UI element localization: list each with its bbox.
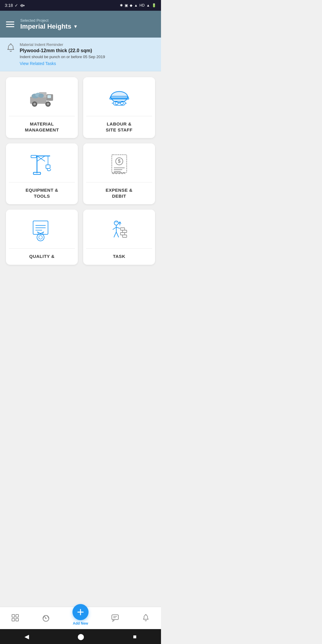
signal-icon: ◆ — [130, 3, 132, 7]
svg-rect-46 — [120, 228, 125, 230]
partial-grid: QUALITY & — [0, 210, 161, 301]
svg-point-10 — [38, 94, 44, 98]
svg-line-45 — [116, 232, 119, 237]
svg-line-43 — [116, 227, 120, 228]
labour-site-staff-card[interactable]: LABOUR & SITE STAFF — [83, 77, 155, 138]
task-card[interactable]: TASK — [83, 210, 155, 265]
main-grid: MATERIAL MANAGEMENT LA — [0, 71, 161, 204]
bell-notification-icon — [6, 43, 16, 52]
menu-button[interactable] — [6, 21, 14, 27]
chevron-down-icon: ▾ — [74, 24, 77, 29]
status-time: 3:18 — [5, 3, 13, 8]
task-icon-area — [83, 210, 155, 248]
network-signal: ▲ — [146, 3, 150, 7]
quality-icon-area — [6, 210, 78, 248]
material-management-label: MATERIAL MANAGEMENT — [6, 116, 78, 138]
svg-point-38 — [37, 234, 44, 241]
svg-rect-48 — [120, 233, 125, 235]
svg-point-39 — [39, 236, 42, 239]
svg-rect-3 — [47, 95, 51, 98]
check-icon: ✓ — [15, 3, 18, 8]
status-bar: 3:18 ✓ ⟴ ✱ ▣ ◆ ▲ HD ▲ 🔋 — [0, 0, 161, 11]
notification-description: Indent should be punch on or before 05 S… — [20, 55, 105, 59]
equipment-tools-label: EQUIPMENT & TOOLS — [6, 182, 78, 204]
svg-rect-49 — [123, 235, 127, 237]
svg-point-7 — [47, 103, 49, 105]
hd-label: HD — [140, 3, 145, 7]
quality-label: QUALITY & — [6, 249, 78, 265]
svg-line-42 — [113, 227, 116, 230]
selected-project-label: Selected Project — [20, 18, 155, 23]
svg-point-5 — [33, 103, 36, 105]
material-management-card[interactable]: MATERIAL MANAGEMENT — [6, 77, 78, 138]
quality-card[interactable]: QUALITY & — [6, 210, 78, 265]
notification-banner: Material Indent Reminder Plywood-12mm th… — [0, 38, 161, 71]
equipment-tools-card[interactable]: EQUIPMENT & TOOLS — [6, 143, 78, 204]
battery-icon: 🔋 — [152, 3, 156, 7]
material-management-icon-area — [6, 77, 78, 116]
svg-rect-25 — [31, 155, 36, 158]
project-title[interactable]: Imperial Heights ▾ — [20, 23, 155, 30]
view-related-tasks-link[interactable]: View Related Tasks — [20, 61, 56, 66]
bluetooth-icon: ✱ — [120, 3, 123, 7]
task-label: TASK — [83, 249, 155, 265]
expense-debit-label: EXPENSE & DEBIT — [83, 182, 155, 204]
labour-icon-area — [83, 77, 155, 116]
notification-title: Plywood-12mm thick (22.0 sqm) — [20, 48, 105, 53]
labour-site-staff-label: LABOUR & SITE STAFF — [83, 116, 155, 138]
expense-debit-card[interactable]: $ EXPENSE & DEBIT — [83, 143, 155, 204]
svg-rect-27 — [46, 165, 50, 168]
svg-rect-21 — [33, 172, 41, 174]
svg-rect-47 — [123, 230, 127, 233]
header: Selected Project Imperial Heights ▾ — [0, 11, 161, 38]
wifi-icon: ▲ — [134, 3, 138, 7]
notification-label: Material Indent Reminder — [20, 42, 105, 47]
expense-icon-area: $ — [83, 143, 155, 182]
vibrate-icon: ▣ — [125, 3, 128, 7]
svg-line-44 — [114, 232, 116, 237]
svg-text:$: $ — [118, 159, 120, 164]
equipment-icon-area — [6, 143, 78, 182]
cast-icon: ⟴ — [20, 3, 25, 8]
